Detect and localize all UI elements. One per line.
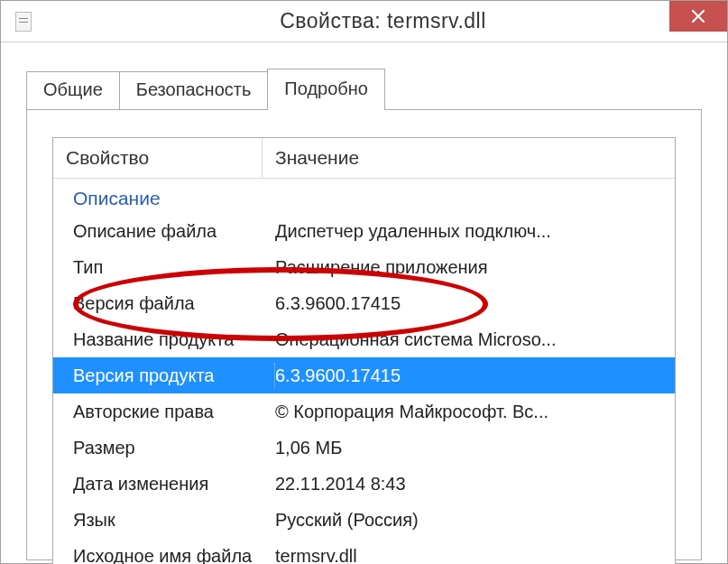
list-row[interactable]: Авторские права © Корпорация Майкрософт.… <box>53 393 675 430</box>
prop-cell: Авторские права <box>73 399 275 424</box>
prop-cell: Название продукта <box>73 327 275 352</box>
tab-security[interactable]: Безопасность <box>119 71 269 110</box>
prop-cell: Язык <box>73 507 275 532</box>
tab-general[interactable]: Общие <box>26 71 120 110</box>
tab-label: Безопасность <box>136 79 252 99</box>
property-list: Свойство Значение Описание Описание файл… <box>52 137 676 564</box>
list-row[interactable]: Размер 1,06 МБ <box>53 430 675 466</box>
val-cell: © Корпорация Майкрософт. Вс... <box>275 399 675 424</box>
column-value[interactable]: Значение <box>263 138 675 178</box>
titlebar: Свойства: termsrv.dll <box>1 1 727 42</box>
val-cell: Диспетчер удаленных подключ... <box>275 218 675 244</box>
list-row[interactable]: Версия продукта 6.3.9600.17415 <box>53 357 675 393</box>
file-icon <box>15 12 32 32</box>
tab-label: Общие <box>43 79 103 99</box>
val-cell: 6.3.9600.17415 <box>275 291 675 316</box>
prop-cell: Версия файла <box>73 291 275 316</box>
details-panel: Свойство Значение Описание Описание файл… <box>26 109 702 560</box>
list-body: Описание Описание файла Диспетчер удален… <box>53 179 675 564</box>
prop-cell: Размер <box>73 435 275 460</box>
val-cell: termsrv.dll <box>275 543 675 564</box>
val-cell: Операционная система Microso... <box>275 327 675 352</box>
close-button[interactable] <box>669 1 727 32</box>
list-row[interactable]: Название продукта Операционная система M… <box>53 321 675 357</box>
close-icon <box>692 10 705 23</box>
column-property[interactable]: Свойство <box>53 138 263 178</box>
column-label: Значение <box>275 147 359 168</box>
val-cell: Расширение приложения <box>275 254 675 280</box>
list-row[interactable]: Исходное имя файла termsrv.dll <box>53 538 675 564</box>
val-cell: 1,06 МБ <box>275 435 675 460</box>
tab-details[interactable]: Подробно <box>267 69 385 110</box>
val-cell: Русский (Россия) <box>275 507 675 532</box>
list-row[interactable]: Версия файла 6.3.9600.17415 <box>53 285 675 321</box>
prop-cell: Описание файла <box>73 218 275 244</box>
tab-label: Подробно <box>284 79 368 98</box>
properties-window: Свойства: termsrv.dll Общие Безопасность… <box>0 0 728 564</box>
column-label: Свойство <box>66 147 149 168</box>
prop-cell: Исходное имя файла <box>73 543 275 564</box>
prop-cell: Дата изменения <box>73 471 275 496</box>
prop-cell: Тип <box>73 254 275 280</box>
list-header: Свойство Значение <box>53 138 675 179</box>
window-title: Свойства: termsrv.dll <box>39 9 727 33</box>
section-header: Описание <box>53 179 675 213</box>
tab-strip: Общие Безопасность Подробно <box>1 68 727 110</box>
prop-cell: Версия продукта <box>73 363 275 388</box>
val-cell: 22.11.2014 8:43 <box>275 471 675 496</box>
list-row[interactable]: Дата изменения 22.11.2014 8:43 <box>53 466 675 502</box>
val-cell: 6.3.9600.17415 <box>275 363 675 388</box>
list-row[interactable]: Тип Расширение приложения <box>53 249 675 285</box>
list-row[interactable]: Язык Русский (Россия) <box>53 502 675 538</box>
list-row[interactable]: Описание файла Диспетчер удаленных подкл… <box>53 213 675 249</box>
